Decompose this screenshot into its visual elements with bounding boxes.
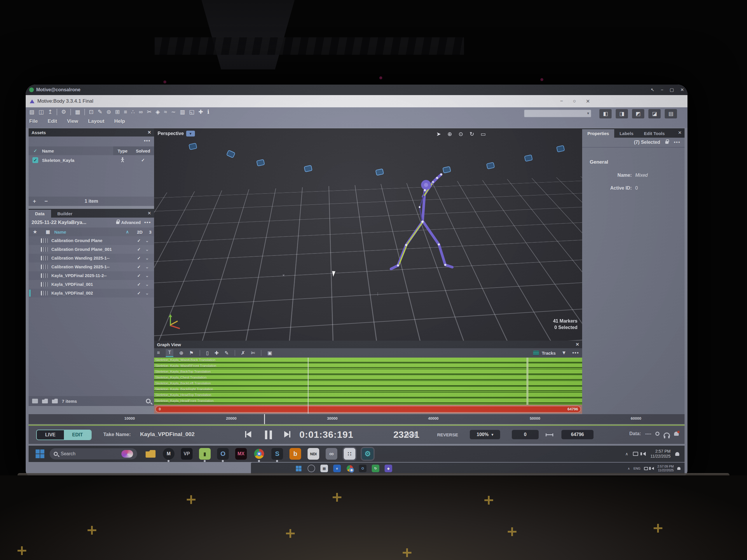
tab-data[interactable]: Data [29,210,51,218]
taskbar-clock[interactable]: 2:57 PM 11/22/2025 [650,449,671,459]
orbit-icon[interactable]: ↻ [469,131,474,137]
app-close-button[interactable]: ✕ [586,98,590,104]
layers-icon[interactable]: ≡ [157,350,160,356]
layout-icon[interactable]: ▦ [75,108,80,115]
session-name[interactable]: 2025-11-22 KaylaBrya... [31,220,86,225]
take-row[interactable]: Kayla_VPDFinal 2025-11-2-- ✓ ⌄ [29,271,154,280]
filter-icon[interactable]: ▼ [561,350,566,356]
region-icon[interactable]: ▣ [267,350,272,356]
tab-properties[interactable]: Properties [582,129,614,138]
chart-icon[interactable]: ▥ [180,108,185,115]
close-icon[interactable]: ✕ [147,211,151,216]
app-maximize-button[interactable]: ○ [573,98,576,104]
chrome-icon[interactable] [253,448,265,460]
menu-layout[interactable]: Layout [88,118,104,124]
take-row[interactable]: Kayla_VPDFinal_001 ✓ ⌄ [29,280,154,289]
tab-labels[interactable]: Labels [614,129,639,138]
obs-app-icon[interactable]: O [217,448,229,460]
cut-icon[interactable]: ✄ [251,350,255,356]
green-app-icon[interactable]: ▮ [199,448,211,460]
frame-icon[interactable]: ▭ [481,131,486,137]
search-highlight-icon[interactable] [121,450,133,458]
notification-icon[interactable] [677,467,680,470]
notification-bell-icon[interactable] [674,432,679,436]
gap-icon[interactable]: ✗ [241,350,245,356]
take-name-value[interactable]: Kayla_VPDFinal_002 [140,431,195,437]
perspective-viewport[interactable]: Perspective ▾ ➤ ⊕ ⊙ ↻ ▭ × [154,128,582,341]
viewport-label[interactable]: Perspective [158,131,184,136]
add-key-icon[interactable]: ✚ [214,350,218,356]
volume-icon[interactable] [651,467,654,470]
folder-icon[interactable] [52,399,58,403]
zoom-icon[interactable]: ⊕ [179,350,183,356]
vp-app-icon[interactable]: VP [181,448,192,460]
chevron-down-icon[interactable]: ⌄ [145,273,154,278]
playhead[interactable] [308,357,308,414]
menu-edit[interactable]: Edit [48,118,57,124]
layout-preset-2[interactable]: ◨ [616,109,628,118]
file-explorer-icon[interactable] [145,448,156,460]
maximize-button[interactable]: ▢ [670,87,674,92]
take-row-current[interactable]: Kayla_VPDFinal_002 ✓ ⌄ [29,289,154,297]
assets-menu-button[interactable]: ••• [144,138,151,143]
chevron-down-icon[interactable]: ⌄ [145,238,154,243]
speed-dropdown[interactable]: 100%▾ [470,430,500,439]
network-icon[interactable] [633,452,638,456]
advanced-toggle[interactable]: Advanced [121,220,140,225]
assets-name-column[interactable]: Name [42,149,113,153]
active-id-value[interactable]: 0 [635,186,638,191]
range-end-field[interactable]: 64796 [561,430,594,439]
skeleton-character[interactable] [376,172,469,295]
sort-caret-icon[interactable]: ∧ [126,229,129,235]
settings-icon[interactable]: ⚙ [61,108,66,115]
network-icon[interactable] [644,467,648,470]
track-row[interactable]: Skeleton_Kayla_BackLeft Translation [154,381,582,387]
text-select-icon[interactable]: T [166,349,173,357]
layout-combobox[interactable] [524,110,591,117]
asset-checkbox[interactable]: ✓ [32,157,38,163]
database-icon[interactable]: ⊜ [106,108,111,115]
layout-preset-4[interactable]: ◪ [648,109,661,118]
range-start-field[interactable]: 0 [512,430,539,439]
menu-help[interactable]: Help [114,118,125,124]
close-icon[interactable]: ✕ [147,130,151,135]
close-icon[interactable]: ✕ [575,342,579,347]
name-field-value[interactable]: Mixed [635,173,648,178]
live-mode-button[interactable]: LIVE [37,430,64,439]
chevron-down-icon[interactable]: ⌄ [145,247,154,252]
working-range-bar[interactable]: 0 64796 [155,406,581,413]
layout-preset-3[interactable]: ◩ [632,109,644,118]
chevron-down-icon[interactable]: ⌄ [145,291,154,295]
timeline-ruler[interactable]: 10000 20000 30000 40000 50000 60000 [29,414,685,424]
app-minimize-button[interactable]: − [560,98,563,104]
mini-app-icon[interactable]: O [359,464,366,472]
live-edit-toggle[interactable]: LIVE EDIT [36,430,92,440]
nodes-icon[interactable]: ∴ [131,108,135,115]
chrome-icon-mini[interactable] [346,464,354,472]
grid-column-icon[interactable]: ▦ [42,229,54,235]
language-indicator[interactable]: ENG [634,466,641,470]
camera-view-icon[interactable]: ⊡ [89,108,94,115]
mini-app-icon[interactable]: ▤ [320,464,328,472]
pin-icon[interactable]: ↖ [651,87,654,92]
mini-app-icon[interactable]: ◆ [385,464,392,472]
export-icon[interactable]: ↥ [48,108,53,115]
secondary-clock[interactable]: 2:57:09 PM 11/22/2025 [658,464,674,472]
column-3d[interactable]: 3 [147,230,154,235]
info-icon[interactable]: ℹ [207,108,209,115]
loop-button[interactable]: LOOP [405,432,417,437]
track-row[interactable]: Skeleton_Kayla_HeadTop Translation [154,393,582,398]
close-icon[interactable]: ✕ [678,130,681,135]
zoom-icon[interactable]: ⊕ [447,131,452,137]
new-take-icon[interactable]: ▧ [29,108,34,115]
ndi-app-icon[interactable]: NDI [308,448,319,460]
meta-app-icon[interactable]: ∞ [326,448,337,460]
save-icon[interactable]: ◫ [38,108,44,115]
search-icon[interactable] [146,399,151,403]
assets-type-column[interactable]: Type [113,146,132,155]
tracks-button[interactable]: Tracks [533,351,556,355]
graph2-icon[interactable]: ∼ [171,108,176,115]
search-icon-mini[interactable] [308,464,315,472]
asset-row[interactable]: ✓ Skeleton_Kayla ✓ [29,155,154,165]
delete-icon[interactable]: ▯ [206,350,209,356]
